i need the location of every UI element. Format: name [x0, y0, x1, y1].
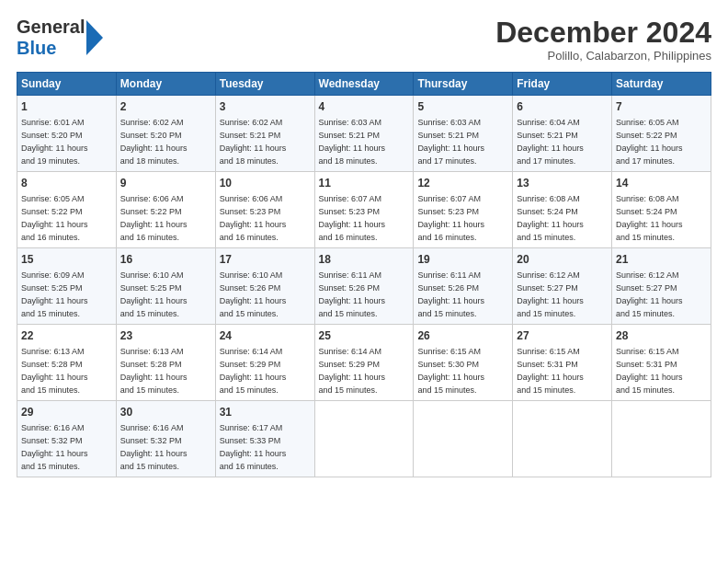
- day-detail: Sunrise: 6:04 AM: [517, 118, 580, 127]
- table-row: 31Sunrise: 6:17 AMSunset: 5:33 PMDayligh…: [215, 401, 314, 477]
- week-row-5: 29Sunrise: 6:16 AMSunset: 5:32 PMDayligh…: [17, 401, 711, 477]
- day-detail: and 16 minutes.: [220, 233, 279, 242]
- day-detail: Sunset: 5:32 PM: [120, 436, 182, 445]
- day-detail: Sunrise: 6:08 AM: [517, 194, 580, 203]
- table-row: 18Sunrise: 6:11 AMSunset: 5:26 PMDayligh…: [314, 248, 414, 325]
- day-detail: Sunrise: 6:14 AM: [319, 347, 382, 356]
- week-row-1: 1Sunrise: 6:01 AMSunset: 5:20 PMDaylight…: [17, 96, 711, 172]
- day-number: 1: [21, 99, 112, 115]
- day-detail: Daylight: 11 hours: [417, 144, 484, 153]
- day-detail: Daylight: 11 hours: [120, 296, 188, 305]
- day-detail: Sunset: 5:28 PM: [120, 360, 182, 369]
- day-detail: and 18 minutes.: [319, 156, 378, 166]
- table-row: 8Sunrise: 6:05 AMSunset: 5:22 PMDaylight…: [17, 172, 117, 248]
- col-tuesday: Tuesday: [215, 73, 314, 96]
- day-detail: and 19 minutes.: [21, 156, 80, 166]
- day-detail: Sunset: 5:27 PM: [517, 283, 578, 293]
- day-detail: and 15 minutes.: [120, 462, 179, 471]
- day-detail: Daylight: 11 hours: [616, 144, 683, 153]
- day-number: 13: [517, 176, 608, 191]
- day-number: 15: [21, 252, 112, 268]
- col-monday: Monday: [116, 73, 215, 96]
- day-detail: Sunrise: 6:06 AM: [120, 194, 184, 203]
- table-row: 14Sunrise: 6:08 AMSunset: 5:24 PMDayligh…: [612, 172, 711, 248]
- day-detail: Sunrise: 6:11 AM: [417, 270, 481, 280]
- table-row: 2Sunrise: 6:02 AMSunset: 5:20 PMDaylight…: [116, 96, 215, 172]
- day-number: 23: [120, 328, 211, 344]
- main-title: December 2024: [495, 17, 711, 49]
- day-detail: Sunset: 5:26 PM: [417, 283, 479, 293]
- day-detail: Sunrise: 6:15 AM: [417, 347, 481, 356]
- day-detail: Daylight: 11 hours: [21, 296, 88, 305]
- table-row: 30Sunrise: 6:16 AMSunset: 5:32 PMDayligh…: [116, 401, 215, 477]
- calendar-table: Sunday Monday Tuesday Wednesday Thursday…: [17, 72, 711, 477]
- calendar-page: General Blue December 2024 Polillo, Cala…: [0, 0, 728, 563]
- day-detail: Sunrise: 6:14 AM: [220, 347, 283, 356]
- day-detail: and 15 minutes.: [21, 385, 80, 395]
- day-detail: Daylight: 11 hours: [417, 220, 484, 229]
- day-detail: and 17 minutes.: [517, 156, 575, 166]
- day-detail: Sunset: 5:30 PM: [417, 360, 479, 369]
- day-detail: Daylight: 11 hours: [616, 296, 683, 305]
- day-detail: Sunset: 5:21 PM: [220, 131, 281, 140]
- table-row: 23Sunrise: 6:13 AMSunset: 5:28 PMDayligh…: [116, 325, 215, 401]
- day-detail: Sunset: 5:22 PM: [616, 131, 677, 140]
- day-detail: Sunset: 5:31 PM: [517, 360, 578, 369]
- day-detail: and 16 minutes.: [417, 233, 476, 242]
- table-row: 29Sunrise: 6:16 AMSunset: 5:32 PMDayligh…: [17, 401, 117, 477]
- table-row: 22Sunrise: 6:13 AMSunset: 5:28 PMDayligh…: [17, 325, 117, 401]
- day-detail: Daylight: 11 hours: [220, 449, 287, 458]
- day-number: 6: [517, 99, 608, 115]
- day-number: 31: [220, 405, 311, 420]
- day-detail: Sunset: 5:23 PM: [417, 207, 479, 216]
- day-detail: Daylight: 11 hours: [517, 373, 584, 382]
- table-row: 21Sunrise: 6:12 AMSunset: 5:27 PMDayligh…: [612, 248, 711, 325]
- day-detail: Sunset: 5:24 PM: [517, 207, 578, 216]
- table-row: [612, 401, 711, 477]
- day-detail: Sunrise: 6:06 AM: [220, 194, 283, 203]
- table-row: 27Sunrise: 6:15 AMSunset: 5:31 PMDayligh…: [513, 325, 612, 401]
- day-detail: and 15 minutes.: [616, 233, 675, 242]
- day-number: 26: [417, 328, 508, 344]
- day-detail: Sunrise: 6:07 AM: [319, 194, 382, 203]
- day-detail: Sunrise: 6:13 AM: [21, 347, 85, 356]
- day-number: 24: [220, 328, 311, 344]
- day-detail: and 15 minutes.: [319, 385, 378, 395]
- day-detail: Sunrise: 6:10 AM: [120, 270, 184, 280]
- day-detail: Daylight: 11 hours: [220, 373, 287, 382]
- day-number: 30: [120, 405, 211, 420]
- day-detail: Sunset: 5:26 PM: [220, 283, 281, 293]
- day-detail: Daylight: 11 hours: [417, 373, 484, 382]
- week-row-3: 15Sunrise: 6:09 AMSunset: 5:25 PMDayligh…: [17, 248, 711, 325]
- day-detail: Daylight: 11 hours: [517, 144, 584, 153]
- day-detail: Sunrise: 6:07 AM: [417, 194, 481, 203]
- day-detail: Daylight: 11 hours: [319, 144, 386, 153]
- day-number: 9: [120, 176, 211, 191]
- day-detail: Sunset: 5:28 PM: [21, 360, 83, 369]
- day-detail: Sunrise: 6:02 AM: [220, 118, 283, 127]
- day-number: 21: [616, 252, 707, 268]
- day-detail: and 15 minutes.: [120, 309, 179, 318]
- day-detail: and 15 minutes.: [220, 385, 279, 395]
- col-sunday: Sunday: [17, 73, 117, 96]
- day-detail: and 15 minutes.: [417, 309, 476, 318]
- day-detail: Daylight: 11 hours: [616, 220, 683, 229]
- day-detail: and 15 minutes.: [616, 309, 675, 318]
- day-number: 20: [517, 252, 608, 268]
- day-detail: and 16 minutes.: [220, 462, 279, 471]
- col-friday: Friday: [513, 73, 612, 96]
- day-detail: and 15 minutes.: [120, 385, 179, 395]
- table-row: 7Sunrise: 6:05 AMSunset: 5:22 PMDaylight…: [612, 96, 711, 172]
- day-detail: Sunrise: 6:12 AM: [517, 270, 580, 280]
- day-number: 14: [616, 176, 707, 191]
- day-detail: Sunrise: 6:15 AM: [517, 347, 580, 356]
- day-detail: and 17 minutes.: [417, 156, 476, 166]
- day-detail: Daylight: 11 hours: [21, 373, 88, 382]
- day-detail: Sunset: 5:21 PM: [417, 131, 479, 140]
- day-detail: Sunrise: 6:05 AM: [21, 194, 85, 203]
- day-detail: Daylight: 11 hours: [120, 144, 188, 153]
- day-detail: Daylight: 11 hours: [220, 296, 287, 305]
- day-detail: and 16 minutes.: [120, 233, 179, 242]
- table-row: 4Sunrise: 6:03 AMSunset: 5:21 PMDaylight…: [314, 96, 414, 172]
- day-number: 8: [21, 176, 112, 191]
